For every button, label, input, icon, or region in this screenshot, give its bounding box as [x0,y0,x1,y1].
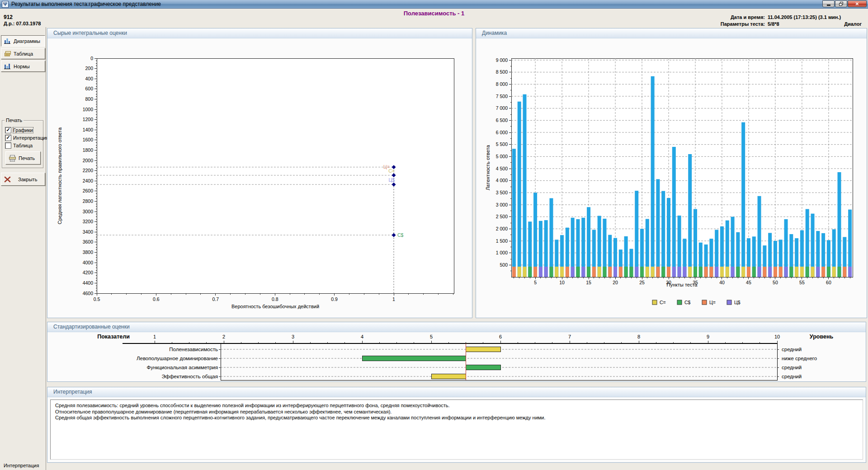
datetime-value: 11.04.2005 (17:13:25) (3.1 мин.) [768,14,862,20]
svg-text:200: 200 [85,66,93,71]
close-x-icon [4,176,11,183]
sidebar-button-table[interactable]: Таблица [1,48,45,59]
svg-text:Ц$: Ц$ [734,300,741,305]
table-cards-icon [4,50,11,57]
app-icon: Ψ [2,1,9,8]
svg-text:1: 1 [392,296,395,302]
sidebar-button-label: Диаграммы [14,38,40,44]
interpretation-text: Средняя полезависимость: средний уровень… [50,400,863,460]
svg-text:8: 8 [637,334,640,339]
interpretation-line: Относительное правополушарное доминирова… [55,409,858,415]
svg-text:Левополушарное доминирование: Левополушарное доминирование [137,356,218,361]
svg-text:1600: 1600 [83,137,94,142]
svg-text:2 000: 2 000 [496,226,508,231]
svg-text:500: 500 [500,262,508,268]
maximize-button[interactable] [835,0,847,7]
interpretation-panel: Интерпретация Средняя полезависимость: с… [47,387,866,463]
svg-text:Средняя латентность правильног: Средняя латентность правильного ответа [57,127,62,224]
svg-text:Ц=: Ц= [709,300,716,305]
restore-icon [839,1,844,6]
svg-text:1: 1 [153,334,156,339]
svg-text:Поленезависимость: Поленезависимость [169,347,218,352]
svg-text:1200: 1200 [83,117,94,122]
standardized-chart: 12345678910ПоказателиУровеньПоленезависи… [47,332,866,382]
print-option-label[interactable]: Графики [13,127,33,133]
svg-text:средний: средний [782,374,802,379]
svg-text:800: 800 [85,96,93,102]
svg-text:0.6: 0.6 [153,296,160,302]
print-option-row: ✓Графики [5,127,33,133]
bar-chart-icon [4,38,11,44]
svg-text:9 000: 9 000 [496,57,508,63]
svg-text:8 500: 8 500 [496,69,508,75]
svg-text:0.8: 0.8 [272,296,278,302]
close-button[interactable]: ✕ [848,0,867,7]
svg-text:9: 9 [707,334,709,339]
svg-text:3800: 3800 [83,249,94,255]
svg-text:0: 0 [90,56,93,61]
params-label: Параметры теста: [721,21,768,27]
dynamics-chart: 5001 0001 5002 0002 5003 0003 5004 0004 … [476,38,867,317]
print-option-row: ✓Интерпретация [5,135,48,141]
print-option-checkbox[interactable]: ✓ [5,127,11,133]
svg-text:40: 40 [719,280,725,285]
svg-text:2 500: 2 500 [496,214,508,219]
svg-text:С$: С$ [684,300,691,305]
svg-text:5: 5 [430,334,433,339]
print-button[interactable]: Печать [5,151,41,164]
svg-text:25: 25 [639,280,645,285]
datetime-label: Дата и время: [721,14,768,20]
close-window-button[interactable]: Закрыть [1,173,45,186]
svg-text:1000: 1000 [83,107,94,112]
sidebar-button-norms[interactable]: Нормы [1,61,45,72]
svg-text:Пункты теста: Пункты теста [667,282,698,287]
svg-text:4600: 4600 [83,291,94,296]
svg-text:2400: 2400 [83,178,94,183]
titlebar[interactable]: Ψ Результаты выполнения теста:графическо… [0,0,868,9]
close-icon: ✕ [855,2,859,6]
print-option-label[interactable]: Интерпретация [13,135,48,141]
svg-text:Латентность ответа: Латентность ответа [485,145,491,190]
test-meta: Дата и время: 11.04.2005 (17:13:25) (3.1… [721,14,862,27]
minimize-button[interactable] [822,0,835,7]
dynamics-panel-title: Динамика [476,28,867,38]
sidebar-button-label: Таблица [14,51,33,56]
raw-scores-chart: 0200400600800100012001400160018002000220… [47,38,472,317]
svg-text:2600: 2600 [83,188,94,193]
svg-text:Показатели: Показатели [97,334,130,340]
bar-chart-icon [4,63,11,70]
printer-icon [9,155,16,162]
svg-text:3 500: 3 500 [496,190,508,195]
interpretation-panel-title: Интерпретация [47,387,866,397]
print-option-label[interactable]: Таблица [13,143,33,148]
sidebar: Диаграммы Таблица Нормы Печать ✓Графики✓… [0,27,46,470]
svg-text:2: 2 [222,334,225,339]
svg-text:1400: 1400 [83,127,94,132]
svg-text:600: 600 [85,86,93,91]
svg-text:0.9: 0.9 [331,296,338,302]
svg-text:50: 50 [773,280,778,285]
svg-text:7 000: 7 000 [496,105,508,111]
svg-text:1 000: 1 000 [496,250,508,255]
window-title: Результаты выполнения теста:графическое … [11,1,161,7]
svg-text:45: 45 [746,280,751,285]
svg-text:Ц$: Ц$ [388,177,395,183]
standardized-panel-title: Стандартизированные оценки [47,322,866,332]
print-button-label: Печать [19,155,35,161]
print-option-checkbox[interactable]: ✓ [5,135,11,141]
svg-text:10: 10 [774,334,780,339]
sidebar-button-diagrams[interactable]: Диаграммы [1,35,45,47]
svg-text:0.7: 0.7 [212,296,219,302]
svg-text:4200: 4200 [83,270,94,275]
svg-text:3: 3 [292,334,294,339]
close-window-label: Закрыть [18,177,37,182]
svg-text:С$: С$ [397,232,404,238]
print-option-checkbox[interactable] [5,142,11,149]
svg-text:7 500: 7 500 [496,94,508,99]
svg-text:2800: 2800 [83,198,94,204]
print-group-label: Печать [5,118,24,123]
svg-text:Функциональная асимметрия: Функциональная асимметрия [146,365,218,370]
dynamics-panel: Динамика 5001 0001 5002 0002 5003 0003 5… [476,28,867,318]
interpretation-line: Средняя общая эффективность выполнения с… [55,415,858,421]
svg-text:4000: 4000 [83,260,94,265]
